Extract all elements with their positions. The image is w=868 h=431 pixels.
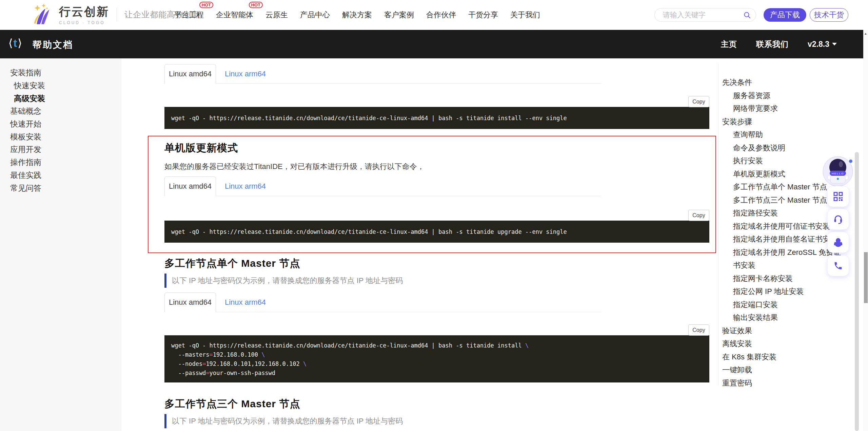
copy-button[interactable]: Copy — [688, 210, 709, 221]
cloudtogo-logo-icon — [26, 3, 56, 26]
code-block-upgrade: wget -qO - https://release.titanide.cn/d… — [164, 221, 709, 243]
mascot-hello-label: HELLO — [832, 172, 844, 175]
phone-icon — [833, 261, 843, 270]
search-input[interactable] — [663, 11, 742, 19]
scrollbar-up-arrow[interactable]: ▲ — [863, 32, 868, 35]
astronaut-mascot[interactable]: HELLO — [822, 154, 855, 188]
sidebar-item[interactable]: 常见问答 — [0, 182, 121, 194]
page: 行云创新 CLOUD · TOGO 让企业都能高效创新 平台工程HOT企业智能体… — [0, 0, 868, 431]
scrollbar-thumb[interactable] — [864, 252, 868, 303]
toc-item[interactable]: 命令及参数说明 — [722, 142, 843, 155]
home-link[interactable]: 主页 — [721, 39, 737, 50]
hot-badge: HOT — [199, 2, 213, 8]
doc-navbar: ⟨t⟩ 帮助文档 主页 联系我们 v2.8.3 — [0, 30, 863, 58]
brand-text: 行云创新 CLOUD · TOGO — [59, 4, 109, 25]
copy-button[interactable]: Copy — [688, 324, 709, 336]
section-heading-three-master: 多工作节点三个 Master 节点 — [164, 396, 300, 411]
nav-item-6[interactable]: 客户案例 — [384, 10, 414, 20]
code-block-install: wget -qO - https://release.titanide.cn/d… — [164, 107, 709, 129]
toc-item[interactable]: 离线安装 — [722, 337, 843, 351]
sidebar: 安装指南快速安装高级安装基础概念快速开始模板安装应用开发操作指南最佳实践常见问答 — [0, 58, 121, 431]
qq-penguin-icon — [833, 237, 843, 247]
sidebar-item[interactable]: 最佳实践 — [0, 169, 121, 182]
nav-item-7[interactable]: 合作伙伴 — [426, 10, 456, 20]
top-navbar: 行云创新 CLOUD · TOGO 让企业都能高效创新 平台工程HOT企业智能体… — [0, 0, 868, 30]
toc-item[interactable]: 指定公网 IP 地址安装 — [722, 285, 843, 298]
tech-share-button[interactable]: 技术干货 — [810, 8, 848, 22]
sidebar-item[interactable]: 快速安装 — [0, 79, 121, 92]
main-content: Linux amd64 Linux arm64 Copy wget -qO - … — [164, 58, 709, 431]
nav-item-label: 解决方案 — [342, 11, 372, 19]
sidebar-item-active[interactable]: 高级安装 — [0, 92, 121, 105]
toc-item[interactable]: 指定域名并使用 ZeroSSL 免费证书安装 — [722, 246, 843, 272]
nav-item-label: 干货分享 — [468, 11, 498, 19]
tab-linux-amd64[interactable]: Linux amd64 — [164, 176, 216, 196]
toc-item[interactable]: 服务器资源 — [722, 89, 843, 102]
nav-item-3[interactable]: 云原生 — [265, 10, 288, 20]
nav-item-label: 企业智能体 — [216, 11, 253, 19]
toc-item[interactable]: 先决条件 — [722, 76, 843, 89]
toc-item[interactable]: 重置密码 — [722, 377, 843, 390]
tab-linux-arm64[interactable]: Linux arm64 — [216, 176, 275, 196]
customer-service-widget-button[interactable] — [827, 209, 849, 230]
toc-item[interactable]: 指定路径安装 — [722, 207, 843, 220]
nav-item-1[interactable]: 平台工程HOT — [174, 10, 204, 20]
nav-item-label: 客户案例 — [384, 11, 414, 19]
sidebar-item[interactable]: 安装指南 — [0, 67, 121, 79]
toc-item[interactable]: 网络带宽要求 — [722, 102, 843, 115]
nav-item-9[interactable]: 关于我们 — [510, 10, 540, 20]
code-line: --nodes=192.168.0.101,192.168.0.102 \ — [171, 359, 709, 369]
doc-title: 帮助文档 — [33, 39, 73, 51]
section-heading-update: 单机版更新模式 — [164, 140, 238, 155]
panel-scrollbar[interactable] — [855, 152, 859, 431]
nav-item-label: 产品中心 — [300, 11, 330, 19]
nav-item-label: 合作伙伴 — [426, 11, 456, 19]
toc-item[interactable]: 指定网卡名称安装 — [722, 272, 843, 285]
sidebar-item[interactable]: 基础概念 — [0, 105, 121, 118]
nav-item-8[interactable]: 干货分享 — [468, 10, 498, 20]
headset-icon — [833, 214, 843, 224]
logo-t: t — [13, 37, 18, 49]
toc-item[interactable]: 指定端口安装 — [722, 298, 843, 312]
tab-linux-arm64[interactable]: Linux arm64 — [216, 293, 275, 312]
product-download-button[interactable]: 产品下载 — [764, 8, 806, 22]
divider — [117, 7, 117, 22]
nav-item-label: 关于我们 — [510, 11, 540, 19]
brand-subtitle: CLOUD · TOGO — [59, 20, 109, 25]
note-blockquote: 以下 IP 地址与密码仅为示例，请替换成您的服务器节点 IP 地址与密码 — [164, 414, 403, 428]
toc-item[interactable]: 指定域名并使用可信证书安装 — [722, 220, 843, 233]
search-box[interactable] — [654, 8, 756, 22]
main-nav: 平台工程HOT企业智能体HOT云原生产品中心解决方案客户案例合作伙伴干货分享关于… — [174, 0, 540, 30]
qrcode-widget-button[interactable] — [827, 186, 849, 207]
nav-item-4[interactable]: 产品中心 — [300, 10, 330, 20]
contact-link[interactable]: 联系我们 — [756, 39, 789, 50]
nav-item-label: 云原生 — [265, 11, 288, 19]
chevron-down-icon — [832, 43, 837, 45]
toc-item[interactable]: 在 K8s 集群安装 — [722, 351, 843, 364]
tab-linux-amd64[interactable]: Linux amd64 — [164, 293, 216, 312]
toc-item[interactable]: 验证效果 — [722, 324, 843, 338]
titanide-logo[interactable]: ⟨t⟩ — [8, 37, 23, 50]
nav-item-2[interactable]: 企业智能体HOT — [216, 10, 253, 20]
qq-widget-button[interactable] — [827, 232, 849, 253]
tab-linux-amd64[interactable]: Linux amd64 — [164, 64, 216, 84]
sidebar-item[interactable]: 模板安装 — [0, 130, 121, 143]
sidebar-item[interactable]: 操作指南 — [0, 156, 121, 169]
toc-item[interactable]: 一键卸载 — [722, 363, 843, 377]
logo-bracket-right: ⟩ — [18, 37, 22, 49]
phone-widget-button[interactable] — [827, 255, 849, 276]
sidebar-item[interactable]: 快速开始 — [0, 118, 121, 131]
toc-item[interactable]: 多工作节点三个 Master 节点 — [722, 194, 843, 207]
toc-item[interactable]: 查询帮助 — [722, 128, 843, 142]
copy-button[interactable]: Copy — [688, 96, 709, 107]
version-label: v2.8.3 — [808, 40, 829, 49]
toc-item[interactable]: 输出安装结果 — [722, 311, 843, 324]
search-icon[interactable] — [744, 12, 751, 19]
toc-item[interactable]: 指定域名并使用自签名证书安装 — [722, 233, 843, 246]
version-selector[interactable]: v2.8.3 — [808, 40, 837, 49]
sidebar-item[interactable]: 应用开发 — [0, 143, 121, 156]
toc-item[interactable]: 安装步骤 — [722, 115, 843, 129]
nav-item-5[interactable]: 解决方案 — [342, 10, 372, 20]
scrollbar-track[interactable]: ▲ — [863, 30, 868, 431]
tab-linux-arm64[interactable]: Linux arm64 — [216, 64, 275, 83]
